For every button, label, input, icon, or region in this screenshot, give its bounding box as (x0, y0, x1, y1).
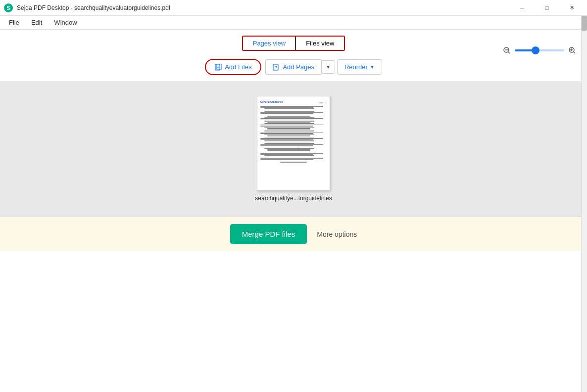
pdf-thumbnail[interactable]: General Guidelines page 1 / 1 (257, 96, 330, 191)
zoom-in-icon (569, 47, 576, 54)
tab-pages-view[interactable]: Pages view (243, 37, 296, 50)
bottom-panel: Merge PDF files More options (0, 217, 587, 251)
view-tabs: Pages view Files view (242, 36, 345, 51)
add-files-button[interactable]: Add Files (205, 59, 261, 75)
svg-rect-11 (273, 64, 278, 70)
maximize-button[interactable]: □ (536, 0, 558, 16)
menu-bar: File Edit Window (0, 16, 587, 30)
minimize-button[interactable]: ─ (511, 0, 534, 16)
tab-files-view[interactable]: Files view (295, 36, 345, 51)
main-area: Pages view Files view (0, 30, 587, 251)
merge-button[interactable]: Merge PDF files (230, 224, 307, 244)
menu-edit[interactable]: Edit (26, 17, 47, 28)
menu-window[interactable]: Window (49, 17, 82, 28)
outer-scrollbar-thumb[interactable] (582, 16, 587, 31)
svg-line-2 (508, 52, 510, 53)
add-pages-dropdown-button[interactable]: ▼ (321, 60, 335, 74)
svg-rect-8 (217, 64, 221, 70)
close-button[interactable]: ✕ (560, 0, 583, 16)
pdf-filename: searchqualitye...torguidelines (255, 195, 332, 202)
svg-line-6 (574, 52, 575, 53)
app-icon: S (4, 3, 13, 12)
zoom-in-button[interactable] (567, 45, 577, 55)
add-pages-icon (273, 64, 280, 71)
title-bar: S Sejda PDF Desktop - searchqualityevalu… (0, 0, 587, 16)
window-controls: ─ □ ✕ (511, 0, 583, 16)
pdf-item[interactable]: General Guidelines page 1 / 1 (255, 96, 332, 202)
add-pages-button[interactable]: Add Pages (265, 59, 321, 75)
reorder-button[interactable]: Reorder ▼ (337, 59, 382, 75)
zoom-controls (502, 45, 577, 55)
zoom-out-icon (503, 47, 510, 54)
content-area: General Guidelines page 1 / 1 (0, 81, 587, 217)
add-files-icon (215, 64, 222, 71)
menu-file[interactable]: File (4, 17, 24, 28)
window-title: Sejda PDF Desktop - searchqualityevaluat… (17, 4, 170, 11)
zoom-slider[interactable] (515, 49, 564, 51)
outer-scrollbar[interactable] (581, 16, 587, 392)
zoom-out-button[interactable] (502, 45, 512, 55)
action-buttons: Add Files Add Pages ▼ Reorder ▼ (205, 59, 382, 75)
more-options-button[interactable]: More options (317, 230, 357, 238)
toolbar-area: Pages view Files view (0, 30, 587, 81)
